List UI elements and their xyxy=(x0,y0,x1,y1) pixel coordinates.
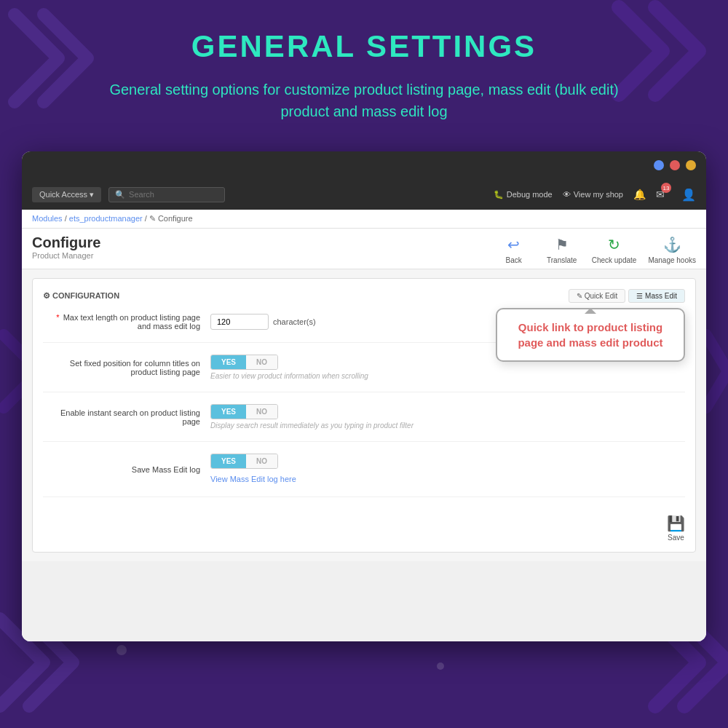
manage-hooks-label: Manage hooks xyxy=(648,256,696,264)
bottom-area xyxy=(22,561,706,641)
configure-subtitle: Product Manager xyxy=(32,251,100,260)
config-section: ⚙ CONFIGURATION ✎ Quick Edit ☰ Mass Edit… xyxy=(32,278,696,553)
browser-dot-blue xyxy=(654,160,664,170)
top-nav: Quick Access ▾ 🔍 🐛 Debug mode 👁 View my … xyxy=(22,179,706,210)
notification-count: 13 xyxy=(661,183,671,193)
flag-icon: ⚑ xyxy=(552,234,572,255)
debug-mode-label: Debug mode xyxy=(507,190,553,199)
eye-icon: 👁 xyxy=(563,190,571,199)
view-shop-group[interactable]: 👁 View my shop xyxy=(563,190,623,199)
max-text-label: * Max text length on product listing pag… xyxy=(43,313,210,331)
toggle-no-log[interactable]: NO xyxy=(246,454,277,468)
save-area: 💾 Save xyxy=(43,509,685,542)
quick-access-button[interactable]: Quick Access ▾ xyxy=(32,187,101,202)
manage-hooks-button[interactable]: ⚓ Manage hooks xyxy=(648,234,696,264)
toggle-no-search[interactable]: NO xyxy=(246,405,277,419)
user-icon: 👤 xyxy=(681,188,696,202)
notification-bell[interactable]: 🔔 xyxy=(633,189,646,200)
notification-badge-group[interactable]: ✉ 13 xyxy=(656,189,671,200)
page-main-title: GENERAL SETTINGS xyxy=(15,29,713,64)
check-update-label: Check update xyxy=(592,256,637,264)
breadcrumb: Modules / ets_productmanager / ✎ Configu… xyxy=(22,210,706,229)
instant-search-control: YES NO Display search result immediately… xyxy=(210,404,685,430)
search-icon: 🔍 xyxy=(115,190,125,199)
breadcrumb-current: Configure xyxy=(158,214,193,223)
action-buttons: ↩ Back ⚑ Translate ↻ Check update ⚓ Mana… xyxy=(496,234,696,264)
toggle-yes-log[interactable]: YES xyxy=(211,454,246,468)
instant-search-help: Display search result immediately as you… xyxy=(210,422,685,430)
fixed-position-help: Easier to view product information when … xyxy=(210,372,685,380)
instant-search-label: Enable instant search on product listing… xyxy=(43,408,210,426)
anchor-icon: ⚓ xyxy=(662,234,682,255)
fixed-position-label: Set fixed position for column titles on … xyxy=(43,359,210,376)
required-star: * xyxy=(56,313,59,322)
refresh-icon: ↻ xyxy=(604,234,625,255)
page-header: Configure Product Manager ↩ Back ⚑ Trans… xyxy=(22,229,706,269)
config-header: ⚙ CONFIGURATION ✎ Quick Edit ☰ Mass Edit xyxy=(43,289,685,303)
breadcrumb-configure: ✎ xyxy=(149,214,158,223)
breadcrumb-module-name[interactable]: ets_productmanager xyxy=(69,214,143,223)
unit-label: character(s) xyxy=(273,317,316,326)
search-box: 🔍 xyxy=(108,187,225,202)
admin-interface: Quick Access ▾ 🔍 🐛 Debug mode 👁 View my … xyxy=(22,179,706,641)
view-shop-label: View my shop xyxy=(574,190,623,199)
top-nav-left: Quick Access ▾ 🔍 xyxy=(32,187,225,202)
browser-dot-yellow xyxy=(686,160,696,170)
form-row-mass-edit-log: Save Mass Edit log YES NO View Mass Edit… xyxy=(43,454,685,497)
check-update-button[interactable]: ↻ Check update xyxy=(592,234,637,264)
browser-dot-red xyxy=(670,160,680,170)
top-nav-right: 🐛 Debug mode 👁 View my shop 🔔 ✉ 13 👤 xyxy=(494,188,696,202)
max-text-input[interactable] xyxy=(210,314,269,330)
main-content: ⚙ CONFIGURATION ✎ Quick Edit ☰ Mass Edit… xyxy=(22,269,706,561)
back-label: Back xyxy=(506,256,522,264)
save-label: Save xyxy=(668,534,684,542)
bug-icon: 🐛 xyxy=(494,190,504,199)
config-title: ⚙ CONFIGURATION xyxy=(43,291,119,301)
translate-label: Translate xyxy=(547,256,577,264)
save-button[interactable]: 💾 Save xyxy=(667,515,685,542)
config-actions: ✎ Quick Edit ☰ Mass Edit xyxy=(569,289,685,303)
quick-edit-button[interactable]: ✎ Quick Edit xyxy=(569,289,625,303)
search-input[interactable] xyxy=(129,190,216,199)
toggle-yes-search[interactable]: YES xyxy=(211,405,246,419)
mass-edit-log-control: YES NO View Mass Edit log here xyxy=(210,454,685,485)
page-subtitle: General setting options for customize pr… xyxy=(109,79,619,122)
page-title-block: Configure Product Manager xyxy=(32,234,100,260)
toggle-yes-fixed[interactable]: YES xyxy=(211,355,246,369)
browser-bar xyxy=(22,151,706,179)
back-icon: ↩ xyxy=(504,234,524,255)
browser-window: Quick Access ▾ 🔍 🐛 Debug mode 👁 View my … xyxy=(22,151,706,641)
view-mass-edit-log-link[interactable]: View Mass Edit log here xyxy=(210,475,296,483)
user-avatar[interactable]: 👤 xyxy=(681,188,696,202)
toggle-instant-search: YES NO xyxy=(210,404,278,419)
translate-button[interactable]: ⚑ Translate xyxy=(544,234,580,264)
toggle-mass-edit-log: YES NO xyxy=(210,454,278,469)
back-button[interactable]: ↩ Back xyxy=(496,234,532,264)
save-icon: 💾 xyxy=(667,515,685,532)
toggle-no-fixed[interactable]: NO xyxy=(246,355,277,369)
breadcrumb-modules[interactable]: Modules xyxy=(32,214,63,223)
tooltip-bubble: Quick link to product listing page and m… xyxy=(496,308,685,362)
form-row-instant-search: Enable instant search on product listing… xyxy=(43,404,685,442)
mass-edit-log-label: Save Mass Edit log xyxy=(43,465,210,474)
debug-mode-group[interactable]: 🐛 Debug mode xyxy=(494,190,553,199)
tooltip-text: Quick link to product listing page and m… xyxy=(509,320,672,350)
toggle-fixed-position: YES NO xyxy=(210,355,278,370)
mass-edit-button[interactable]: ☰ Mass Edit xyxy=(628,289,685,303)
bell-icon: 🔔 xyxy=(633,189,646,200)
configure-title: Configure xyxy=(32,234,100,251)
